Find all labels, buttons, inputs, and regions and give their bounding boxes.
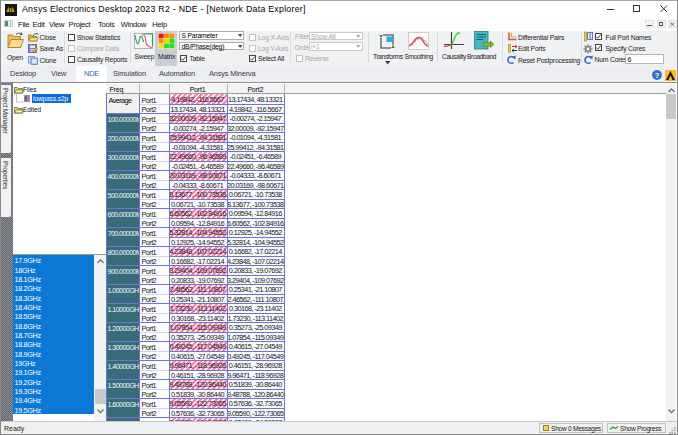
svg-text:?: ? [655, 71, 660, 80]
